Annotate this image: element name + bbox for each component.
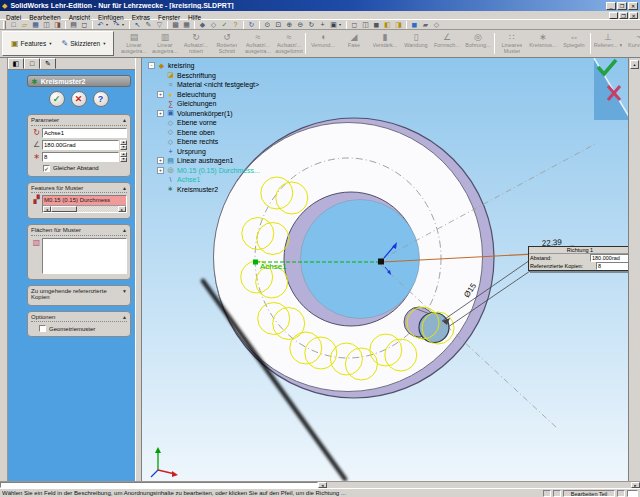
tree-item-ursprung[interactable]: +Ursprung	[146, 147, 331, 157]
tab-skizzieren[interactable]: ✎Skizzieren▾	[56, 36, 110, 51]
panel-splitter[interactable]	[135, 58, 142, 481]
features-selection-list[interactable]: M0.15 (0.15) Durchmess ◂ ▸	[42, 195, 127, 213]
zoom-fit-icon[interactable]: ⊙	[262, 20, 273, 29]
tree-item-beschriftung[interactable]: ◪Beschriftung	[146, 71, 331, 81]
collapse-arrow-icon[interactable]: ▲	[122, 227, 127, 234]
collapse-arrow-icon[interactable]: ▲	[122, 117, 127, 124]
rotate-view-icon[interactable]: ↻	[306, 20, 317, 29]
expand-icon[interactable]: +	[157, 167, 164, 174]
make-drawing-from-part-icon[interactable]: ◫	[41, 20, 52, 29]
hidden-lines-removed-icon[interactable]: ◼	[371, 20, 382, 29]
revolved-boss-button[interactable]: ↻Aufsatz/...rotiert	[180, 31, 211, 56]
pm-tab-third[interactable]: ✎	[40, 58, 56, 69]
section-view-icon[interactable]: ◧	[382, 20, 393, 29]
open-icon[interactable]: ▱	[19, 20, 30, 29]
perspective-icon[interactable]: ◇	[431, 20, 442, 29]
cancel-button[interactable]: ✕	[71, 91, 87, 107]
tree-item-kreisring[interactable]: -◆kreisring	[146, 61, 331, 71]
print-preview-icon[interactable]: ◻	[79, 20, 90, 29]
expand-icon[interactable]: +	[157, 110, 164, 117]
rebuild-icon[interactable]: ↻	[246, 20, 257, 29]
quick-snaps-icon[interactable]: ◆	[197, 20, 208, 29]
doc-minimize-button[interactable]: _	[609, 12, 618, 19]
rib-button[interactable]: ▮Verstärk...	[369, 31, 400, 56]
angle-field[interactable]	[42, 140, 119, 150]
save-icon[interactable]: ▦	[30, 20, 41, 29]
axis-field[interactable]	[42, 128, 127, 138]
grid-icon[interactable]: ▩	[170, 20, 181, 29]
select-icon[interactable]: ↖	[132, 20, 143, 29]
scroll-left-button[interactable]: ◂	[318, 482, 327, 488]
revolved-cut-button[interactable]: ↺RotierterSchnitt	[211, 31, 242, 56]
extruded-cut-button[interactable]: ▥Linearausgetra...	[149, 31, 180, 56]
redo-icon-dropdown[interactable]: ▾	[122, 20, 127, 29]
print-icon[interactable]: ▤	[68, 20, 79, 29]
snap-to-points-icon[interactable]: ◇	[208, 20, 219, 29]
expand-icon[interactable]: +	[157, 91, 164, 98]
angle-spinner[interactable]: ▲▼	[120, 140, 127, 150]
collapse-icon[interactable]: -	[148, 62, 155, 69]
tree-item-volumenkoerper[interactable]: +▣Volumenkörper(1)	[146, 109, 331, 119]
swept-boss-button[interactable]: ≈Aufsatz/...ausgetra...	[242, 31, 273, 56]
reference-geometry-button[interactable]: ⊥Referen... ▾	[592, 31, 623, 56]
extruded-boss-button[interactable]: ▤Linearausgetra...	[118, 31, 149, 56]
tree-item-material[interactable]: ≡Material <nicht festgelegt>	[146, 80, 331, 90]
tree-item-beleuchtung[interactable]: +●Beleuchtung	[146, 90, 331, 100]
geometry-pattern-checkbox[interactable]	[39, 325, 46, 332]
tree-item-gleichungen[interactable]: ∑Gleichungen	[146, 99, 331, 109]
selection-filter-icon[interactable]: ▽	[154, 20, 165, 29]
tab-features[interactable]: ▣Features▾	[6, 36, 56, 51]
zoom-area-icon[interactable]: ⊡	[273, 20, 284, 29]
tree-hscrollbar-track[interactable]	[0, 482, 318, 488]
collapse-arrow-icon[interactable]: ▲	[122, 314, 127, 321]
new-icon[interactable]: □	[8, 20, 19, 29]
mirror-button[interactable]: ⇔Spiegeln	[558, 31, 589, 56]
tree-item-kreismuster2[interactable]: ∗Kreismuster2	[146, 185, 331, 195]
sketch-icon[interactable]: ✎	[143, 20, 154, 29]
wireframe-icon[interactable]: ◻	[349, 20, 360, 29]
features-list-hscrollbar[interactable]: ◂ ▸	[43, 205, 126, 212]
toolbar-grip[interactable]	[3, 21, 6, 29]
tab-features-dropdown[interactable]: ▾	[49, 41, 51, 46]
grid-settings-icon[interactable]: ▦	[181, 20, 192, 29]
tab-skizzieren-dropdown[interactable]: ▾	[103, 41, 105, 46]
close-button[interactable]: ✕	[628, 2, 638, 10]
zoom-in-out-icon[interactable]: ⊕	[284, 20, 295, 29]
hole-wizard-button[interactable]: ◎Bohrung...	[462, 31, 493, 56]
scroll-left-icon[interactable]: ◂	[43, 206, 51, 212]
curvature-icon[interactable]: ◨	[393, 20, 404, 29]
expand-arrow-icon[interactable]: ▼	[122, 288, 127, 301]
tree-item-bohrung[interactable]: +◎M0.15 (0.15) Durchmess...	[146, 166, 331, 176]
ok-button[interactable]: ✓	[49, 91, 65, 107]
redo-icon[interactable]: ↷	[111, 20, 122, 29]
shell-button[interactable]: ▯Wandung	[400, 31, 431, 56]
draft-button[interactable]: ∠Formsch...	[431, 31, 462, 56]
hidden-lines-visible-icon[interactable]: ◫	[360, 20, 371, 29]
equal-spacing-checkbox[interactable]: ✓	[43, 165, 50, 172]
tree-item-ebene-rechts[interactable]: ◇Ebene rechts	[146, 137, 331, 147]
shaded-icon[interactable]: ◼	[409, 20, 420, 29]
undo-icon[interactable]: ↶	[95, 20, 106, 29]
lofted-boss-button[interactable]: ≈Aufsatz/...ausgeformt	[273, 31, 304, 56]
tree-item-ebene-vorne[interactable]: ◇Ebene vorne	[146, 118, 331, 128]
collapse-arrow-icon[interactable]: ▲	[122, 185, 127, 192]
tree-item-linear-austragen1[interactable]: +▤Linear austragen1	[146, 156, 331, 166]
scroll-right-button[interactable]: ▸	[631, 482, 640, 488]
callout-spacing-value[interactable]: 180.000rad	[590, 254, 628, 262]
chamfer-button[interactable]: ◢Fase	[338, 31, 369, 56]
help-icon[interactable]: ?	[230, 20, 241, 29]
make-assembly-from-part-icon[interactable]: ◨	[52, 20, 63, 29]
tree-item-ebene-oben[interactable]: ◇Ebene oben	[146, 128, 331, 138]
faces-selection-list[interactable]	[42, 238, 127, 274]
pan-icon[interactable]: +	[317, 20, 328, 29]
circular-pattern-button[interactable]: ∗Kreismus...	[527, 31, 558, 56]
zoom-to-selection-icon[interactable]: ⊖	[295, 20, 306, 29]
view-orientation-icon[interactable]: ▣	[328, 20, 339, 29]
curves-button[interactable]: ~Kurven ▾	[623, 31, 640, 56]
instance-count-field[interactable]	[42, 152, 119, 162]
graphics-viewport[interactable]: Achse1 22.39 Ø15	[142, 58, 628, 481]
doc-close-button[interactable]: ✕	[629, 12, 638, 19]
pm-tab-propertymanager[interactable]: ◧	[8, 58, 24, 69]
count-spinner[interactable]: ▲▼	[120, 152, 127, 162]
pm-tab-configuration[interactable]: □	[24, 58, 40, 69]
